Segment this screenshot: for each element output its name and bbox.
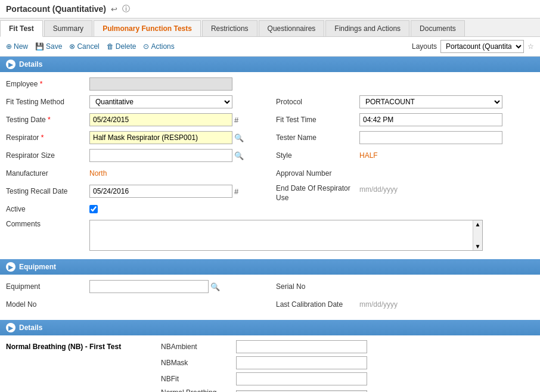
tab-bar: Fit Test Summary Pulmonary Function Test…: [0, 18, 540, 37]
model-no-row: Model No: [6, 297, 264, 312]
nb-fit-label: NBFit: [161, 375, 232, 383]
equipment-left-col: Equipment 🔍 Model No: [6, 279, 270, 315]
manufacturer-value: North: [89, 169, 107, 178]
form-left-col: Fit Testing Method Quantitative Testing …: [6, 95, 270, 220]
tab-restrictions[interactable]: Restrictions: [202, 20, 257, 36]
scroll-up-icon[interactable]: ▲: [474, 221, 482, 228]
model-no-label: Model No: [6, 300, 89, 309]
tab-pulmonary[interactable]: Pulmonary Function Tests: [94, 20, 201, 36]
save-button[interactable]: 💾 Save: [35, 42, 62, 51]
end-date-placeholder: mm/dd/yyyy: [359, 185, 398, 194]
tester-name-label: Tester Name: [276, 133, 359, 142]
tester-name-input[interactable]: [359, 131, 502, 144]
page-title: Portacount (Quantitative): [6, 4, 106, 14]
layouts-select[interactable]: Portacount (Quantitati...: [440, 40, 524, 53]
plus-icon: ⊕: [6, 42, 12, 51]
nb-label: Normal Breathing (NB) - First Test: [6, 340, 137, 351]
nb-fit-row: NBFit: [161, 372, 534, 385]
respirator-input[interactable]: [89, 131, 232, 144]
testing-date-input[interactable]: [89, 113, 232, 126]
approval-number-label: Approval Number: [276, 169, 359, 178]
protocol-select[interactable]: PORTACOUNT: [359, 95, 502, 108]
nb-mask-row: NBMask: [161, 356, 534, 369]
serial-no-row: Serial No: [276, 279, 534, 294]
new-button[interactable]: ⊕ New: [6, 42, 28, 51]
active-label: Active: [6, 205, 89, 213]
testing-date-label: Testing Date: [6, 116, 89, 124]
nb-ambient-input[interactable]: [236, 340, 367, 353]
testing-recall-date-input[interactable]: [89, 185, 232, 198]
info-icon[interactable]: ⓘ: [122, 4, 130, 14]
nb-ambient-row: NBAmbient: [161, 340, 534, 353]
respirator-size-search-icon[interactable]: 🔍: [234, 151, 244, 160]
title-bar: Portacount (Quantitative) ↩ ⓘ: [0, 0, 540, 18]
employee-label: Employee: [6, 80, 89, 88]
nb-mask-input[interactable]: [236, 356, 367, 369]
details-section-header: ▶ Details: [0, 57, 540, 72]
respirator-size-row: Respirator Size 🔍: [6, 148, 264, 163]
nb-mask-label: NBMask: [161, 359, 232, 367]
delete-icon: 🗑: [107, 42, 114, 51]
toolbar-right: Layouts Portacount (Quantitati... ☆: [412, 40, 534, 53]
last-calibration-row: Last Calibration Date mm/dd/yyyy: [276, 297, 534, 312]
equipment-search-icon[interactable]: 🔍: [210, 282, 220, 291]
tab-documents[interactable]: Documents: [411, 20, 465, 36]
equipment-right-col: Serial No Last Calibration Date mm/dd/yy…: [270, 279, 534, 315]
details2-form: Normal Breathing (NB) - First Test NBAmb…: [0, 335, 540, 392]
comments-textarea[interactable]: [90, 220, 473, 250]
manufacturer-label: Manufacturer: [6, 169, 89, 178]
calendar-icon[interactable]: #: [234, 116, 238, 125]
tab-questionnaires[interactable]: Questionnaires: [259, 20, 325, 36]
layouts-label: Layouts: [412, 42, 437, 51]
save-icon: 💾: [35, 42, 44, 51]
tab-findings[interactable]: Findings and Actions: [325, 20, 409, 36]
form-right-col: Protocol PORTACOUNT Fit Test Time Tester…: [270, 95, 534, 220]
nb-row: Normal Breathing (NB) - First Test NBAmb…: [6, 340, 534, 392]
active-checkbox[interactable]: [89, 205, 98, 213]
scroll-down-icon[interactable]: ▼: [474, 243, 482, 250]
cancel-button[interactable]: ⊗ Cancel: [69, 42, 99, 51]
equipment-row: Equipment 🔍: [6, 279, 264, 294]
form-two-col: Fit Testing Method Quantitative Testing …: [6, 95, 534, 220]
undo-icon[interactable]: ↩: [111, 5, 117, 14]
fit-testing-method-row: Fit Testing Method Quantitative: [6, 95, 264, 109]
delete-button[interactable]: 🗑 Delete: [107, 42, 136, 51]
equipment-section-header: ▶ Equipment: [0, 259, 540, 275]
details2-section-header: ▶ Details: [0, 320, 540, 335]
testing-recall-date-label: Testing Recall Date: [6, 187, 89, 195]
fit-test-time-input[interactable]: [359, 113, 502, 126]
last-calibration-label: Last Calibration Date: [276, 300, 359, 309]
tab-summary[interactable]: Summary: [44, 20, 92, 36]
nb-fit-input[interactable]: [236, 372, 367, 385]
respirator-search-icon[interactable]: 🔍: [234, 133, 244, 142]
nb-pass-fail-label: Normal Breathing Pass/Fail: [161, 388, 232, 392]
comments-label: Comments: [6, 220, 89, 228]
equipment-expand-icon[interactable]: ▶: [6, 262, 15, 272]
tab-fit-test[interactable]: Fit Test: [0, 20, 43, 37]
respirator-size-input[interactable]: [89, 149, 232, 162]
fit-testing-method-label: Fit Testing Method: [6, 98, 89, 106]
style-value: HALF: [359, 151, 378, 160]
respirator-row: Respirator 🔍: [6, 130, 264, 145]
last-calibration-placeholder: mm/dd/yyyy: [359, 300, 398, 309]
manufacturer-row: Manufacturer North: [6, 166, 264, 181]
equipment-form: Equipment 🔍 Model No Serial No Last Cali…: [0, 275, 540, 320]
end-date-label: End Date Of Respirator Use: [276, 184, 359, 203]
nb-pass-fail-row: Normal Breathing Pass/Fail: [161, 388, 534, 392]
employee-avatar: [89, 77, 232, 91]
recall-date-calendar-icon[interactable]: #: [234, 187, 238, 196]
testing-recall-date-row: Testing Recall Date #: [6, 184, 264, 198]
fit-testing-method-select[interactable]: Quantitative: [89, 95, 232, 108]
cancel-icon: ⊗: [69, 42, 75, 51]
equipment-input[interactable]: [89, 280, 209, 293]
respirator-size-label: Respirator Size: [6, 151, 89, 160]
star-icon[interactable]: ☆: [527, 42, 534, 51]
details-expand-icon[interactable]: ▶: [6, 60, 15, 69]
fit-test-time-row: Fit Test Time: [276, 113, 534, 127]
serial-no-label: Serial No: [276, 282, 359, 291]
details2-expand-icon[interactable]: ▶: [6, 323, 15, 332]
actions-button[interactable]: ⊙ Actions: [143, 42, 174, 51]
style-label: Style: [276, 151, 359, 160]
tester-name-row: Tester Name: [276, 130, 534, 145]
protocol-label: Protocol: [276, 98, 359, 106]
